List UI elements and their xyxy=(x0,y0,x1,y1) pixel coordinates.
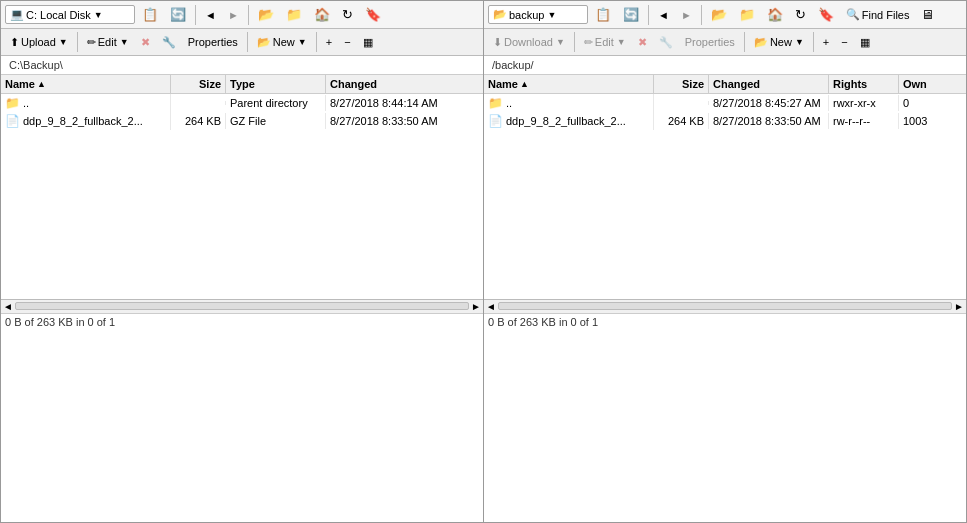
right-new-icon: 📂 xyxy=(754,36,768,49)
left-col-changed[interactable]: Changed xyxy=(326,75,483,93)
left-back-btn[interactable]: ◄ xyxy=(200,6,221,24)
right-scroll-track[interactable] xyxy=(498,302,952,310)
left-action-bar: ⬆ Upload ▼ ✏ Edit ▼ ✖ 🔧 Properties xyxy=(1,29,483,56)
right-sep5 xyxy=(813,32,814,52)
left-expand-btn[interactable]: + xyxy=(321,33,337,51)
left-collapse-btn[interactable]: − xyxy=(339,33,355,51)
left-edit-btn[interactable]: ✏ Edit ▼ xyxy=(82,33,134,52)
right-col-rights[interactable]: Rights xyxy=(829,75,899,93)
left-sep3 xyxy=(77,32,78,52)
left-row-parent[interactable]: 📁 .. Parent directory 8/27/2018 8:44:14 … xyxy=(1,94,483,112)
right-download-btn[interactable]: ⬇ Download ▼ xyxy=(488,33,570,52)
upload-icon: ⬆ xyxy=(10,36,19,49)
left-row-parent-icon: 📁 xyxy=(5,96,20,110)
left-upload-btn[interactable]: ⬆ Upload ▼ xyxy=(5,33,73,52)
left-bookmark-btn[interactable]: 📋 xyxy=(137,4,163,25)
right-col-owner[interactable]: Own xyxy=(899,75,966,93)
right-location-dropdown[interactable]: 📂 backup ▼ xyxy=(488,5,588,24)
left-home-btn[interactable]: 🏠 xyxy=(309,4,335,25)
left-location-bar: 💻 C: Local Disk ▼ 📋 🔄 ◄ ► 📂 📁 🏠 ↻ 🔖 xyxy=(1,1,483,29)
delete-icon: ✖ xyxy=(141,36,150,49)
right-bookmark-btn[interactable]: 📋 xyxy=(590,4,616,25)
left-sync-btn[interactable]: 🔄 xyxy=(165,4,191,25)
left-new-btn[interactable]: 📂 New ▼ xyxy=(252,33,312,52)
right-row-file-changed: 8/27/2018 8:33:50 AM xyxy=(709,113,829,129)
left-props-icon-btn[interactable]: 🔧 xyxy=(157,33,181,52)
left-sep4 xyxy=(247,32,248,52)
left-scroll-track[interactable] xyxy=(15,302,469,310)
left-fwd-btn[interactable]: ► xyxy=(223,6,244,24)
left-folder-up-btn[interactable]: 📁 xyxy=(281,4,307,25)
left-row-file-icon: 📄 xyxy=(5,114,20,128)
left-row-file[interactable]: 📄 ddp_9_8_2_fullback_2... 264 KB GZ File… xyxy=(1,112,483,130)
right-properties-btn[interactable]: Properties xyxy=(680,33,740,51)
right-status: 0 B of 263 KB in 0 of 1 xyxy=(484,313,966,523)
left-pane: 💻 C: Local Disk ▼ 📋 🔄 ◄ ► 📂 📁 🏠 ↻ 🔖 xyxy=(0,0,483,523)
right-col-changed[interactable]: Changed xyxy=(709,75,829,93)
left-row-parent-size xyxy=(171,101,226,105)
right-new-btn[interactable]: 📂 New ▼ xyxy=(749,33,809,52)
right-location-label: backup xyxy=(509,9,544,21)
left-file-list: 📁 .. Parent directory 8/27/2018 8:44:14 … xyxy=(1,94,483,299)
right-back-btn[interactable]: ◄ xyxy=(653,6,674,24)
right-new-folder-btn[interactable]: 📂 xyxy=(706,4,732,25)
right-row-parent-size xyxy=(654,101,709,105)
left-scrollbar: ◄ ► xyxy=(1,299,483,313)
right-bookmark2-btn[interactable]: 🔖 xyxy=(813,4,839,25)
left-delete-btn[interactable]: ✖ xyxy=(136,33,155,52)
left-refresh-btn[interactable]: ↻ xyxy=(337,4,358,25)
left-col-name[interactable]: Name ▲ xyxy=(1,75,171,93)
right-extra-btn[interactable]: 🖥 xyxy=(916,4,939,25)
right-sep4 xyxy=(744,32,745,52)
right-row-parent[interactable]: 📁 .. 8/27/2018 8:45:27 AM rwxr-xr-x 0 xyxy=(484,94,966,112)
right-row-file[interactable]: 📄 ddp_9_8_2_fullback_2... 264 KB 8/27/20… xyxy=(484,112,966,130)
app-container: 💻 C: Local Disk ▼ 📋 🔄 ◄ ► 📂 📁 🏠 ↻ 🔖 xyxy=(0,0,967,523)
left-row-parent-changed: 8/27/2018 8:44:14 AM xyxy=(326,95,483,111)
right-col-size[interactable]: Size xyxy=(654,75,709,93)
right-refresh-btn[interactable]: ↻ xyxy=(790,4,811,25)
right-expand-btn[interactable]: + xyxy=(818,33,834,51)
right-sep3 xyxy=(574,32,575,52)
right-props-icon-btn[interactable]: 🔧 xyxy=(654,33,678,52)
left-scroll-left[interactable]: ◄ xyxy=(3,301,13,312)
right-find-btn[interactable]: 🔍 Find Files xyxy=(841,5,915,24)
left-row-file-size: 264 KB xyxy=(171,113,226,129)
right-scroll-right[interactable]: ► xyxy=(954,301,964,312)
right-collapse-btn[interactable]: − xyxy=(836,33,852,51)
left-location-dropdown[interactable]: 💻 C: Local Disk ▼ xyxy=(5,5,135,24)
left-location-arrow: ▼ xyxy=(94,10,103,20)
left-row-file-name: 📄 ddp_9_8_2_fullback_2... xyxy=(1,112,171,130)
right-file-list: 📁 .. 8/27/2018 8:45:27 AM rwxr-xr-x 0 xyxy=(484,94,966,299)
right-row-parent-name: 📁 .. xyxy=(484,94,654,112)
right-delete-icon: ✖ xyxy=(638,36,647,49)
left-filter-btn[interactable]: ▦ xyxy=(358,33,378,52)
right-fwd-btn[interactable]: ► xyxy=(676,6,697,24)
right-col-name[interactable]: Name ▲ xyxy=(484,75,654,93)
right-folder-up-btn[interactable]: 📁 xyxy=(734,4,760,25)
left-address-label: C:\Backup\ xyxy=(5,58,67,72)
left-col-size[interactable]: Size xyxy=(171,75,226,93)
left-col-type[interactable]: Type xyxy=(226,75,326,93)
right-scroll-left[interactable]: ◄ xyxy=(486,301,496,312)
left-properties-btn[interactable]: Properties xyxy=(183,33,243,51)
right-row-file-name: 📄 ddp_9_8_2_fullback_2... xyxy=(484,112,654,130)
right-edit-btn[interactable]: ✏ Edit ▼ xyxy=(579,33,631,52)
left-new-folder-icon: 📂 xyxy=(257,36,271,49)
right-delete-btn[interactable]: ✖ xyxy=(633,33,652,52)
right-pane: 📂 backup ▼ 📋 🔄 ◄ ► 📂 📁 🏠 ↻ 🔖 🔍 Find File… xyxy=(483,0,967,523)
right-row-parent-rights: rwxr-xr-x xyxy=(829,95,899,111)
right-row-file-rights: rw-r--r-- xyxy=(829,113,899,129)
right-scrollbar: ◄ ► xyxy=(484,299,966,313)
left-scroll-right[interactable]: ► xyxy=(471,301,481,312)
left-sep5 xyxy=(316,32,317,52)
left-row-parent-name: 📁 .. xyxy=(1,94,171,112)
right-row-file-icon: 📄 xyxy=(488,114,503,128)
right-sync-btn[interactable]: 🔄 xyxy=(618,4,644,25)
right-edit-icon: ✏ xyxy=(584,36,593,49)
edit-icon: ✏ xyxy=(87,36,96,49)
left-location-icon: 💻 xyxy=(10,8,24,21)
right-filter-btn[interactable]: ▦ xyxy=(855,33,875,52)
left-bookmark2-btn[interactable]: 🔖 xyxy=(360,4,386,25)
left-new-folder-btn[interactable]: 📂 xyxy=(253,4,279,25)
right-home-btn[interactable]: 🏠 xyxy=(762,4,788,25)
